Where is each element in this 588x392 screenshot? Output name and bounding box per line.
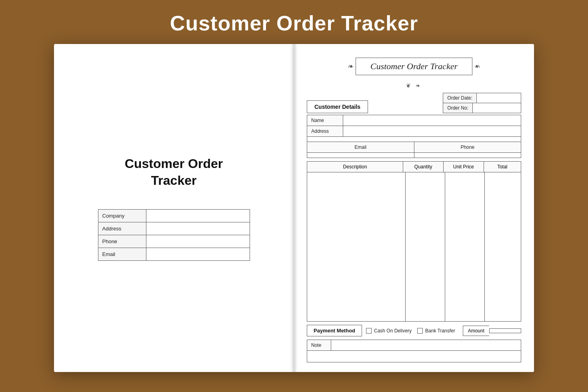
bank-label: Bank Transfer: [425, 328, 455, 334]
name-label: Name: [307, 115, 343, 126]
phone-label: Phone: [98, 235, 146, 248]
address-line2-row: [307, 137, 521, 142]
total-body[interactable]: [485, 172, 521, 321]
company-value[interactable]: [146, 210, 250, 222]
email-value[interactable]: [146, 248, 250, 260]
payment-method-label: Payment Method: [307, 325, 362, 336]
phone-field-row: Phone: [98, 235, 250, 248]
left-page-title: Customer Order Tracker: [125, 156, 223, 189]
customer-details-header: Customer Details: [307, 100, 368, 113]
company-field-row: Company: [98, 209, 250, 222]
price-body[interactable]: [445, 172, 485, 321]
email-field-row: Email: [98, 248, 250, 261]
order-meta-right: Order Date: Order No:: [443, 93, 521, 113]
bank-transfer-option[interactable]: Bank Transfer: [417, 328, 455, 334]
note-label: Note: [307, 340, 331, 350]
payment-row: Payment Method Cash On Delivery Bank Tra…: [307, 325, 521, 336]
address-value[interactable]: [146, 222, 250, 235]
note-extra-row[interactable]: [307, 351, 521, 362]
address-value-right[interactable]: [343, 126, 521, 136]
qty-header: Quantity: [403, 162, 444, 172]
order-table: Description Quantity Unit Price Total: [307, 161, 521, 322]
bank-checkbox[interactable]: [417, 328, 423, 334]
note-section: Note: [307, 340, 521, 362]
address-row: Address: [307, 126, 521, 137]
phone-label-right: Phone: [414, 142, 521, 152]
order-date-field: Order Date:: [443, 93, 521, 103]
order-no-label: Order No:: [443, 103, 473, 113]
address-line2-value[interactable]: [307, 137, 521, 142]
name-row: Name: [307, 115, 521, 126]
order-table-header: Description Quantity Unit Price Total: [307, 162, 521, 172]
email-phone-label-row: Email Phone: [307, 142, 521, 153]
phone-value[interactable]: [146, 235, 250, 248]
order-table-body: [307, 172, 521, 321]
tracker-header: Customer Order Tracker: [307, 58, 521, 75]
payment-options: Cash On Delivery Bank Transfer Amount: [366, 326, 521, 336]
phone-value-right[interactable]: [414, 153, 521, 158]
left-form: Company Address Phone Email: [98, 209, 250, 260]
email-value-right[interactable]: [307, 153, 414, 158]
payment-amount: Amount: [463, 326, 521, 336]
order-date-label: Order Date:: [443, 93, 477, 103]
order-no-value[interactable]: [473, 103, 517, 113]
total-header: Total: [484, 162, 521, 172]
order-no-field: Order No:: [443, 103, 521, 113]
tracker-title-box: Customer Order Tracker: [356, 58, 472, 75]
desc-header: Description: [307, 162, 403, 172]
cash-checkbox[interactable]: [366, 328, 372, 334]
left-page: Customer Order Tracker Company Address P…: [54, 44, 294, 372]
email-label-right: Email: [307, 142, 414, 152]
unit-price-header: Unit Price: [444, 162, 484, 172]
email-phone-value-row: [307, 153, 521, 158]
cash-on-delivery-option[interactable]: Cash On Delivery: [366, 328, 412, 334]
order-meta-area: Customer Details Order Date: Order No:: [307, 93, 521, 113]
address-field-row: Address: [98, 222, 250, 235]
amount-label: Amount: [463, 326, 489, 336]
qty-body[interactable]: [406, 172, 445, 321]
address-label-right: Address: [307, 126, 343, 136]
cash-label: Cash On Delivery: [374, 328, 412, 334]
name-value[interactable]: [343, 115, 521, 126]
address-label: Address: [98, 222, 146, 235]
amount-value[interactable]: [489, 328, 521, 333]
right-page: Customer Order Tracker ❦ ❧ Customer Deta…: [294, 44, 534, 372]
order-date-value[interactable]: [477, 93, 521, 103]
page-title: Customer Order Tracker: [0, 0, 588, 44]
company-label: Company: [98, 210, 146, 222]
customer-details-block: Name Address Email Phone: [307, 115, 521, 158]
desc-body[interactable]: [307, 172, 406, 321]
note-value[interactable]: [331, 340, 521, 350]
email-label: Email: [98, 248, 146, 260]
tracker-ornament: ❦ ❧: [307, 82, 521, 89]
note-row: Note: [307, 340, 521, 351]
book-container: Customer Order Tracker Company Address P…: [54, 44, 534, 372]
